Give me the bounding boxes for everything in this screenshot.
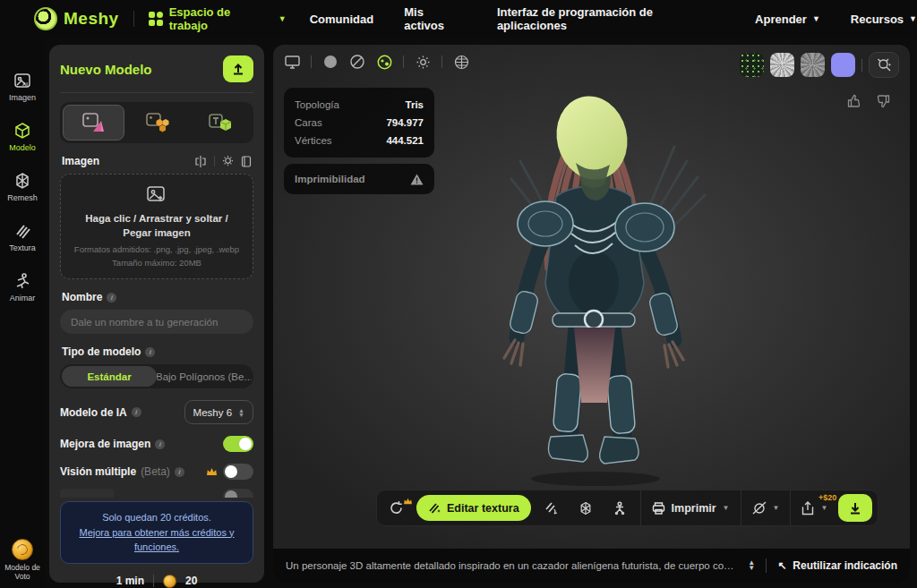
reuse-prompt-button[interactable]: ↖ Reutilizar indicación: [777, 559, 897, 572]
credits-notice: Solo quedan 20 créditos. Mejora para obt…: [60, 501, 253, 564]
texture-inspect-button[interactable]: [869, 52, 899, 78]
lightbulb-icon[interactable]: [222, 156, 234, 167]
print-label: Imprimir: [672, 502, 716, 515]
image-dropzone[interactable]: Haga clic / Arrastrar y soltar / Pegar i…: [60, 174, 253, 279]
library-book-icon[interactable]: [241, 156, 252, 167]
prompt-text[interactable]: Un personaje 3D altamente detallado insp…: [286, 560, 737, 571]
printer-icon: [652, 502, 665, 515]
environment-icon[interactable]: [453, 54, 469, 70]
chevron-down-icon: ▼: [812, 14, 820, 23]
alien-hunter-model[interactable]: [463, 79, 723, 490]
remesh-icon: [13, 172, 31, 190]
rail-label: Animar: [10, 294, 36, 303]
rig-animate-button[interactable]: [606, 496, 633, 521]
divider: [214, 156, 215, 166]
coin-icon: [12, 539, 33, 560]
roughness-map-thumbnail[interactable]: [770, 53, 794, 77]
download-button[interactable]: [838, 494, 872, 522]
tab-image-to-texture[interactable]: [127, 105, 187, 141]
texture-brush-icon: [428, 502, 441, 514]
printability-label: Imprimibilidad: [295, 174, 365, 184]
upload-button[interactable]: [223, 55, 253, 82]
model-actions-toolbar: Editar textura Imprimir ▼: [376, 490, 878, 526]
thumbs-up-icon[interactable]: [847, 94, 861, 108]
material-sphere-icon: [752, 501, 767, 515]
rail-item-imagen[interactable]: AI Imagen: [0, 72, 45, 102]
normal-map-thumbnail[interactable]: [831, 53, 855, 77]
print-button[interactable]: Imprimir ▼: [648, 502, 733, 515]
rail-item-modelo[interactable]: Modelo: [0, 122, 45, 152]
image-section-text: Imagen: [62, 155, 99, 167]
dropzone-formats: Formatos admitidos: .png, .jpg, .jpeg, .…: [74, 244, 239, 254]
divider: [403, 55, 404, 68]
dropzone-instruction: Haga clic / Arrastrar y soltar / Pegar i…: [73, 212, 240, 240]
image-enhance-toggle[interactable]: [223, 436, 253, 452]
lighting-icon[interactable]: [415, 54, 431, 70]
nav-item-recursos[interactable]: Recursos ▼: [851, 13, 917, 26]
prompt-bar: Un personaje 3D altamente detallado insp…: [273, 549, 910, 583]
viewport-3d[interactable]: Topología Tris Caras 794.977 Vértices 44…: [273, 45, 910, 583]
multiview-toggle[interactable]: [223, 464, 253, 480]
chevron-down-icon: ▼: [773, 504, 780, 512]
remesh-button[interactable]: [572, 496, 599, 521]
display-mode-icon[interactable]: [284, 54, 300, 70]
divider: [133, 11, 134, 27]
divider: [790, 490, 791, 526]
expand-prompt-icon[interactable]: ▲▼: [748, 560, 755, 571]
retexture-button[interactable]: [538, 496, 565, 521]
tab-text-to-3d[interactable]: [191, 105, 251, 141]
edit-texture-button[interactable]: Editar textura: [416, 495, 531, 521]
model-type-segmented: Estándar Bajo Polígonos (Be...: [60, 364, 253, 388]
nav-item-mis-activos[interactable]: Mis activos: [404, 5, 467, 32]
info-icon: i: [132, 407, 141, 417]
svg-text:AI: AI: [22, 81, 28, 87]
segment-standard[interactable]: Estándar: [62, 366, 157, 387]
ai-model-select[interactable]: Meshy 6 ▲▼: [184, 400, 253, 424]
nav-item-api[interactable]: Interfaz de programación de aplicaciones: [497, 5, 724, 32]
wireframe-mode-icon[interactable]: [349, 54, 365, 70]
divider: [441, 55, 442, 68]
download-icon: [849, 502, 861, 515]
vote-model-button[interactable]: Modelo de Voto: [0, 539, 45, 581]
image-to-3d-icon: [81, 112, 107, 133]
info-icon: i: [107, 293, 116, 303]
chevron-down-icon: ▼: [723, 504, 730, 512]
nav-item-aprender[interactable]: Aprender ▼: [755, 13, 820, 26]
thumbs-down-icon[interactable]: [876, 94, 890, 108]
basecolor-map-thumbnail[interactable]: [740, 53, 764, 77]
crown-icon: [403, 498, 413, 505]
multiview-label-text: Visión múltiple: [60, 465, 136, 478]
metallic-map-thumbnail[interactable]: [801, 53, 825, 77]
nav-item-comunidad[interactable]: Comunidad: [310, 13, 374, 26]
workspace-menu[interactable]: Espacio de trabajo ▼: [149, 5, 287, 32]
image-section-label: Imagen: [62, 155, 99, 167]
image-enhance-label: Mejora de imagen i: [60, 438, 165, 450]
material-button[interactable]: ▼: [749, 501, 784, 515]
rail-item-remesh[interactable]: Remesh: [0, 172, 45, 202]
upgrade-link[interactable]: Mejora para obtener más créditos y funci…: [79, 527, 234, 553]
nav-item-recursos-label: Recursos: [851, 13, 904, 26]
name-input[interactable]: [60, 310, 253, 334]
tab-image-to-3d[interactable]: [63, 105, 124, 141]
animate-icon: [13, 272, 31, 290]
select-arrows-icon: ▲▼: [238, 408, 244, 417]
chevron-down-icon: ▼: [909, 14, 917, 23]
meshy-logo[interactable]: Meshy: [34, 7, 119, 30]
flip-compare-icon[interactable]: [194, 156, 207, 167]
share-button[interactable]: +$20 ▼: [798, 501, 831, 516]
rail-item-textura[interactable]: Textura: [0, 222, 45, 252]
chevron-down-icon: ▼: [279, 14, 287, 23]
info-icon: i: [155, 439, 165, 449]
textured-mode-icon[interactable]: [376, 54, 392, 70]
clipped-toggle[interactable]: [223, 489, 253, 498]
rail-label: Remesh: [7, 193, 38, 202]
shaded-mode-icon[interactable]: [322, 54, 339, 70]
regenerate-button[interactable]: [382, 496, 409, 521]
name-label-text: Nombre: [62, 291, 102, 303]
text-to-3d-icon: [207, 112, 234, 133]
printability-card[interactable]: Imprimibilidad: [284, 164, 434, 194]
segment-lowpoly[interactable]: Bajo Polígonos (Be...: [157, 366, 252, 387]
viewport-toolbar: [284, 54, 469, 70]
rail-item-animar[interactable]: Animar: [0, 272, 45, 303]
rail-label: Textura: [9, 243, 36, 252]
